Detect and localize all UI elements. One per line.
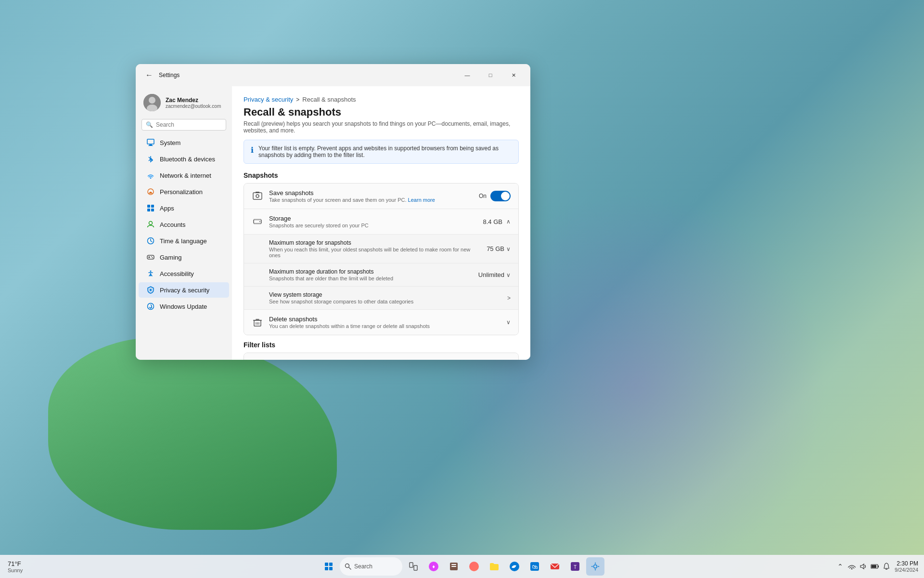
sidebar-item-time[interactable]: Time & language [139, 233, 229, 249]
sidebar-item-gaming-label: Gaming [160, 254, 182, 261]
svg-rect-28 [254, 223, 261, 224]
taskbar-app-mail[interactable] [546, 557, 564, 576]
weather-widget[interactable]: 71°F Sunny [4, 560, 26, 573]
sidebar-item-accounts-label: Accounts [160, 221, 185, 228]
window-body: Zac Mendez zacmendez@outlook.com 🔍 [136, 86, 530, 360]
view-system-storage-row[interactable]: View system storage See how snapshot sto… [244, 287, 518, 310]
max-storage-dropdown[interactable]: 75 GB ∨ [487, 245, 511, 252]
window-title: Settings [159, 72, 180, 79]
view-storage-right: > [507, 295, 511, 302]
accounts-icon [146, 220, 155, 229]
svg-rect-48 [451, 564, 456, 565]
search-icon: 🔍 [146, 121, 153, 128]
save-snapshots-icon [252, 190, 263, 202]
svg-point-6 [150, 177, 152, 179]
filter-sensitive-label: Filter sensitive information [269, 359, 473, 360]
view-storage-label: View system storage [269, 291, 501, 298]
sidebar-item-accounts[interactable]: Accounts [139, 217, 229, 232]
taskbar-search[interactable]: Search [340, 557, 402, 576]
sidebar-item-apps[interactable]: Apps [139, 200, 229, 216]
user-email: zacmendez@outlook.com [166, 104, 221, 109]
tray-chevron-icon[interactable]: ⌃ [836, 562, 845, 571]
sidebar-item-bluetooth[interactable]: Bluetooth & devices [139, 151, 229, 167]
svg-rect-9 [151, 205, 154, 208]
tray-network-icon[interactable] [847, 562, 856, 571]
max-duration-row[interactable]: Maximum storage duration for snapshots S… [244, 263, 518, 287]
svg-rect-37 [325, 563, 328, 566]
max-duration-label: Maximum storage duration for snapshots [269, 268, 473, 275]
tray-sound-icon[interactable] [859, 562, 868, 571]
sidebar-item-personalization[interactable]: Personalization [139, 184, 229, 199]
max-storage-right: 75 GB ∨ [487, 245, 511, 252]
title-bar: ← Settings — □ ✕ [136, 64, 530, 86]
delete-snapshots-content: Delete snapshots You can delete snapshot… [269, 315, 500, 329]
back-button[interactable]: ← [143, 70, 155, 80]
search-input[interactable] [156, 121, 222, 128]
accessibility-icon [146, 269, 155, 278]
svg-point-12 [149, 222, 153, 225]
sidebar-item-bluetooth-label: Bluetooth & devices [160, 156, 215, 163]
avatar [143, 94, 161, 111]
delete-snapshots-right: ∨ [506, 319, 511, 326]
sidebar-item-network-label: Network & internet [160, 172, 211, 179]
sidebar-item-privacy-label: Privacy & security [160, 287, 209, 294]
taskbar-app-pink[interactable]: ♦ [424, 557, 443, 576]
taskbar-app-edge[interactable] [505, 557, 524, 576]
sidebar-item-update[interactable]: Windows Update [139, 299, 229, 314]
time-icon [146, 236, 155, 245]
search-box[interactable]: 🔍 [141, 119, 226, 131]
tray-battery-icon[interactable] [871, 562, 879, 571]
storage-content: Storage Snapshots are securely stored on… [269, 215, 477, 228]
sidebar-item-gaming[interactable]: Gaming [139, 250, 229, 265]
storage-label: Storage [269, 215, 477, 222]
save-snapshots-link[interactable]: Learn more [408, 197, 435, 203]
sidebar-item-privacy[interactable]: Privacy & security [139, 282, 229, 298]
filter-lists-section-title: Filter lists [244, 341, 519, 349]
minimize-button[interactable]: — [456, 68, 478, 82]
delete-snapshots-row[interactable]: Delete snapshots You can delete snapshot… [244, 310, 518, 335]
user-section: Zac Mendez zacmendez@outlook.com [136, 90, 232, 117]
taskbar-app-folder[interactable] [485, 557, 503, 576]
taskbar-app-store[interactable]: 🛍 [526, 557, 544, 576]
start-button[interactable] [320, 557, 338, 576]
save-snapshots-toggle[interactable] [490, 191, 511, 201]
save-snapshots-row[interactable]: Save snapshots Take snapshots of your sc… [244, 184, 518, 209]
snapshots-section-title: Snapshots [244, 171, 519, 179]
taskbar: 71°F Sunny Search [0, 555, 924, 578]
svg-text:🛍: 🛍 [532, 564, 538, 570]
taskbar-app-settings[interactable] [586, 557, 604, 576]
weather-condition: Sunny [8, 567, 23, 573]
max-storage-row[interactable]: Maximum storage for snapshots When you r… [244, 235, 518, 263]
sidebar-item-network[interactable]: Network & internet [139, 168, 229, 183]
delete-snapshots-label: Delete snapshots [269, 315, 500, 323]
sidebar-item-accessibility[interactable]: Accessibility [139, 266, 229, 281]
view-storage-content: View system storage See how snapshot sto… [269, 291, 501, 304]
max-storage-desc: When you reach this limit, your oldest s… [269, 247, 481, 258]
close-button[interactable]: ✕ [502, 68, 525, 82]
taskbar-app-teams[interactable]: T [566, 557, 584, 576]
maximize-button[interactable]: □ [479, 68, 501, 82]
breadcrumb-parent[interactable]: Privacy & security [244, 96, 293, 103]
storage-row[interactable]: Storage Snapshots are securely stored on… [244, 209, 518, 235]
sidebar-item-system-label: System [160, 139, 180, 146]
svg-point-17 [151, 256, 152, 257]
taskbar-app-files[interactable] [445, 557, 463, 576]
tray-notification-icon[interactable] [882, 562, 891, 571]
info-banner: ℹ Your filter list is empty. Prevent app… [244, 140, 519, 164]
svg-rect-38 [329, 563, 333, 566]
taskbar-app-colorful[interactable] [465, 557, 483, 576]
svg-text:♦: ♦ [432, 564, 435, 569]
save-snapshots-content: Save snapshots Take snapshots of your sc… [269, 189, 473, 203]
svg-rect-44 [414, 565, 417, 570]
svg-point-19 [150, 271, 152, 272]
task-view-button[interactable] [404, 557, 423, 576]
filter-sensitive-row[interactable]: Filter sensitive information Snapshots w… [244, 353, 518, 360]
svg-rect-39 [325, 567, 328, 570]
title-bar-left: ← Settings [143, 70, 180, 80]
datetime[interactable]: 2:30 PM 9/24/2024 [895, 560, 918, 573]
svg-rect-3 [147, 139, 154, 144]
max-duration-dropdown[interactable]: Unlimited ∨ [478, 271, 511, 278]
max-duration-desc: Snapshots that are older than the limit … [269, 276, 473, 281]
sidebar-item-system[interactable]: System [139, 135, 229, 150]
svg-rect-60 [872, 565, 876, 568]
